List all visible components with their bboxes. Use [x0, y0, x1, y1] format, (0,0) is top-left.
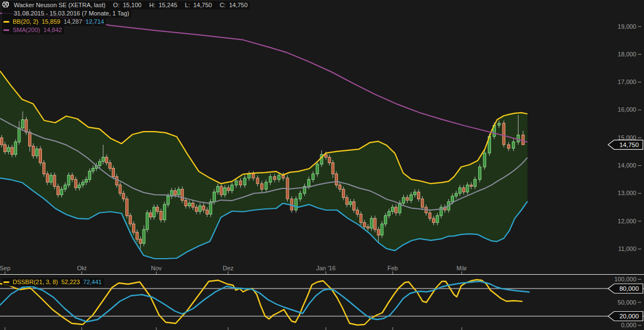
candle[interactable]: [50, 175, 52, 182]
candle[interactable]: [105, 157, 108, 163]
candle[interactable]: [129, 216, 132, 224]
candle[interactable]: [248, 174, 251, 179]
candle[interactable]: [381, 224, 383, 235]
candle[interactable]: [92, 169, 94, 171]
candle[interactable]: [53, 175, 56, 186]
candle[interactable]: [39, 149, 42, 163]
candle[interactable]: [414, 192, 416, 195]
candle[interactable]: [483, 153, 486, 167]
candle[interactable]: [29, 132, 31, 146]
candle[interactable]: [349, 202, 352, 205]
candle[interactable]: [459, 188, 462, 193]
candle[interactable]: [82, 182, 85, 185]
candle[interactable]: [239, 181, 242, 185]
candle[interactable]: [508, 145, 510, 149]
candle[interactable]: [512, 142, 515, 149]
candle[interactable]: [498, 123, 500, 125]
candle[interactable]: [470, 185, 473, 187]
candle[interactable]: [395, 207, 398, 213]
candle[interactable]: [353, 202, 356, 210]
candle[interactable]: [43, 163, 45, 174]
candle[interactable]: [517, 135, 520, 142]
candle[interactable]: [466, 185, 469, 192]
candle[interactable]: [370, 218, 373, 228]
candle[interactable]: [167, 196, 170, 205]
candle[interactable]: [474, 180, 477, 187]
candle[interactable]: [78, 185, 81, 188]
candle[interactable]: [402, 197, 405, 203]
candle[interactable]: [57, 186, 60, 195]
candle[interactable]: [273, 177, 276, 180]
candle[interactable]: [18, 128, 20, 142]
candle[interactable]: [64, 185, 67, 190]
candle[interactable]: [75, 180, 77, 188]
candle[interactable]: [206, 210, 209, 214]
candle[interactable]: [335, 174, 338, 185]
candle[interactable]: [363, 223, 366, 227]
candle[interactable]: [67, 175, 70, 185]
candle[interactable]: [88, 171, 91, 180]
candle[interactable]: [325, 154, 328, 157]
candle[interactable]: [181, 189, 184, 200]
candle[interactable]: [299, 193, 302, 199]
candle[interactable]: [455, 193, 458, 196]
candle[interactable]: [220, 186, 223, 195]
candle[interactable]: [142, 229, 145, 243]
candle[interactable]: [377, 229, 380, 235]
candle[interactable]: [522, 135, 525, 145]
candle[interactable]: [295, 199, 298, 210]
candle[interactable]: [119, 185, 122, 193]
candle[interactable]: [328, 157, 331, 163]
candle[interactable]: [374, 218, 377, 229]
candle[interactable]: [406, 197, 409, 200]
candle[interactable]: [199, 206, 202, 211]
candle[interactable]: [278, 175, 281, 180]
candle[interactable]: [160, 212, 162, 220]
candle[interactable]: [217, 186, 219, 192]
candle[interactable]: [98, 161, 101, 166]
candle[interactable]: [421, 199, 424, 207]
candle[interactable]: [462, 188, 465, 192]
date-range-row[interactable]: 31.08.2015 - 15.03.2016 (7 Monate, 1 Tag…: [2, 9, 131, 18]
candle[interactable]: [149, 213, 152, 217]
candle[interactable]: [32, 146, 35, 156]
candle[interactable]: [224, 188, 226, 195]
candle[interactable]: [451, 196, 454, 202]
candle[interactable]: [391, 207, 394, 212]
candle[interactable]: [256, 178, 259, 184]
candle[interactable]: [231, 185, 234, 191]
candle[interactable]: [265, 182, 268, 190]
dssbr-legend-row[interactable]: DSSBR(21, 3, 8) 52,223 72,441: [2, 278, 104, 286]
candle[interactable]: [410, 195, 413, 200]
candle[interactable]: [35, 149, 38, 156]
candle[interactable]: [46, 174, 49, 182]
candle[interactable]: [109, 163, 112, 169]
candle[interactable]: [22, 120, 24, 128]
candle[interactable]: [316, 164, 319, 174]
candle[interactable]: [102, 157, 105, 161]
candle[interactable]: [156, 207, 159, 212]
candle[interactable]: [85, 180, 88, 182]
candle[interactable]: [115, 177, 118, 185]
candle[interactable]: [184, 200, 187, 206]
candle[interactable]: [384, 216, 387, 224]
candle[interactable]: [418, 192, 420, 199]
candle[interactable]: [436, 216, 439, 223]
candle[interactable]: [163, 205, 166, 220]
instrument-row[interactable]: Wacker Neuson SE (XETRA, last) O: 15,100…: [2, 1, 250, 9]
candle[interactable]: [139, 239, 142, 244]
candle[interactable]: [153, 207, 156, 217]
candle[interactable]: [308, 180, 310, 187]
candle[interactable]: [432, 218, 435, 223]
candle[interactable]: [25, 120, 28, 133]
candle[interactable]: [192, 203, 194, 207]
candle[interactable]: [188, 203, 191, 206]
candle[interactable]: [126, 199, 129, 216]
candle[interactable]: [14, 142, 17, 155]
candle[interactable]: [269, 177, 272, 182]
candle[interactable]: [11, 148, 14, 155]
candle[interactable]: [429, 213, 431, 218]
candle[interactable]: [133, 224, 135, 232]
candle[interactable]: [177, 189, 180, 195]
candle[interactable]: [4, 145, 7, 152]
